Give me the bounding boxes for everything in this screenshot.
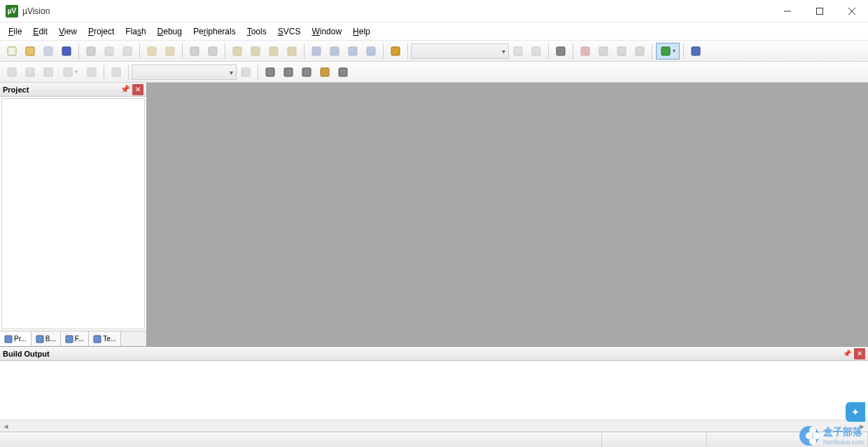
project-tab-project[interactable]: Pr... bbox=[0, 331, 31, 347]
svg-rect-15 bbox=[233, 47, 241, 55]
svg-rect-32 bbox=[692, 47, 700, 55]
project-tab-books[interactable]: B... bbox=[31, 331, 61, 346]
maximize-button[interactable] bbox=[804, 0, 836, 22]
build-output-body[interactable]: ◄ ► bbox=[0, 361, 868, 432]
target-options-icon bbox=[237, 64, 254, 81]
batch-build-icon: ▾ bbox=[58, 64, 82, 81]
project-tab-functions[interactable]: F... bbox=[61, 331, 89, 346]
nav-forward-icon bbox=[204, 43, 221, 60]
find-icon bbox=[510, 43, 526, 60]
svg-rect-46 bbox=[36, 336, 43, 343]
menu-file[interactable]: File bbox=[3, 25, 27, 39]
build-output-panel: Build Output 📌 ✕ ◄ ► bbox=[0, 346, 868, 432]
svg-rect-31 bbox=[662, 47, 670, 55]
svg-rect-17 bbox=[270, 47, 278, 55]
svg-rect-26 bbox=[556, 47, 565, 55]
outdent-icon bbox=[326, 43, 343, 60]
debug-icon[interactable] bbox=[552, 43, 569, 60]
svg-rect-24 bbox=[514, 47, 522, 55]
open-file-icon[interactable] bbox=[22, 43, 38, 60]
breakpoint-enable-icon bbox=[595, 43, 612, 60]
svg-rect-40 bbox=[266, 68, 274, 76]
svg-rect-41 bbox=[284, 68, 293, 76]
close-button[interactable] bbox=[836, 0, 868, 22]
functions-tab-icon bbox=[65, 335, 74, 343]
editor-area bbox=[147, 83, 868, 346]
build-output-header: Build Output 📌 ✕ bbox=[0, 347, 868, 361]
incremental-find-icon bbox=[528, 43, 545, 60]
configure-icon[interactable] bbox=[687, 43, 704, 60]
menu-peripherals[interactable]: Peripherals bbox=[188, 25, 241, 39]
menu-flash[interactable]: Flash bbox=[120, 25, 151, 39]
svg-rect-33 bbox=[8, 68, 16, 76]
main-area: Project 📌 ✕ Pr...B...F...Te... bbox=[0, 83, 868, 346]
menu-tools[interactable]: Tools bbox=[241, 25, 272, 39]
menu-window[interactable]: Window bbox=[306, 25, 347, 39]
svg-rect-16 bbox=[251, 47, 260, 55]
status-cell-3 bbox=[707, 432, 812, 447]
stop-build-icon bbox=[83, 64, 100, 81]
multi-project-icon[interactable] bbox=[280, 64, 297, 81]
svg-rect-22 bbox=[367, 47, 375, 55]
download-icon bbox=[108, 64, 125, 81]
templates-tab-icon bbox=[93, 335, 102, 343]
books-tab-icon bbox=[36, 335, 44, 343]
project-panel-title: Project bbox=[3, 85, 118, 94]
tab-label: Te... bbox=[103, 335, 116, 343]
menu-project[interactable]: Project bbox=[83, 25, 120, 39]
pack-installer-icon[interactable] bbox=[298, 64, 315, 81]
svg-rect-10 bbox=[123, 47, 132, 55]
comment-icon bbox=[344, 43, 361, 60]
uncomment-icon bbox=[363, 43, 379, 60]
copy-icon bbox=[101, 43, 118, 60]
tab-label: B... bbox=[46, 335, 56, 343]
svg-rect-9 bbox=[105, 47, 113, 55]
menu-help[interactable]: Help bbox=[347, 25, 376, 39]
cut-icon bbox=[83, 43, 99, 60]
project-tab-templates[interactable]: Te... bbox=[89, 331, 121, 346]
save-all-icon[interactable] bbox=[58, 43, 75, 60]
horizontal-scrollbar[interactable]: ◄ ► bbox=[0, 420, 868, 432]
bookmark-clear-icon bbox=[284, 43, 300, 60]
menu-edit[interactable]: Edit bbox=[27, 25, 53, 39]
tab-label: F... bbox=[75, 335, 84, 343]
status-cell-2 bbox=[602, 432, 707, 447]
select-pack-icon[interactable] bbox=[335, 64, 351, 81]
svg-rect-5 bbox=[26, 47, 34, 55]
menu-svcs[interactable]: SVCS bbox=[272, 25, 307, 39]
project-panel-tabs: Pr...B...F...Te... bbox=[0, 331, 146, 346]
menu-view[interactable]: View bbox=[53, 25, 83, 39]
svg-rect-38 bbox=[112, 68, 120, 76]
pin-icon[interactable]: 📌 bbox=[120, 84, 131, 95]
svg-rect-29 bbox=[617, 47, 626, 55]
svg-rect-23 bbox=[391, 47, 400, 55]
translate-icon bbox=[4, 64, 20, 81]
indent-icon bbox=[308, 43, 325, 60]
new-file-icon[interactable] bbox=[4, 43, 20, 60]
svg-rect-47 bbox=[66, 336, 73, 343]
paste-icon bbox=[119, 43, 136, 60]
app-icon: µV bbox=[6, 5, 18, 18]
svg-rect-12 bbox=[166, 47, 174, 55]
project-tree[interactable] bbox=[1, 98, 145, 329]
svg-rect-28 bbox=[599, 47, 608, 55]
find-in-files-icon[interactable] bbox=[387, 43, 404, 60]
close-panel-icon[interactable]: ✕ bbox=[854, 348, 865, 359]
window-layout-icon[interactable]: ▾ bbox=[656, 43, 680, 60]
find-combo[interactable] bbox=[411, 43, 509, 59]
svg-rect-34 bbox=[26, 68, 34, 76]
build-output-title: Build Output bbox=[3, 350, 840, 358]
manage-project-icon[interactable] bbox=[262, 64, 279, 81]
target-combo[interactable] bbox=[132, 64, 237, 80]
status-cell-4 bbox=[812, 432, 868, 447]
close-panel-icon[interactable]: ✕ bbox=[132, 84, 144, 95]
pin-icon[interactable]: 📌 bbox=[841, 348, 853, 359]
scroll-left-icon[interactable]: ◄ bbox=[0, 420, 12, 432]
manage-rte-icon[interactable] bbox=[316, 64, 333, 81]
minimize-button[interactable] bbox=[771, 0, 804, 22]
svg-rect-42 bbox=[302, 68, 311, 76]
tab-label: Pr... bbox=[14, 335, 27, 343]
menu-debug[interactable]: Debug bbox=[152, 25, 188, 39]
breakpoint-disable-icon bbox=[613, 43, 630, 60]
save-icon bbox=[40, 43, 57, 60]
